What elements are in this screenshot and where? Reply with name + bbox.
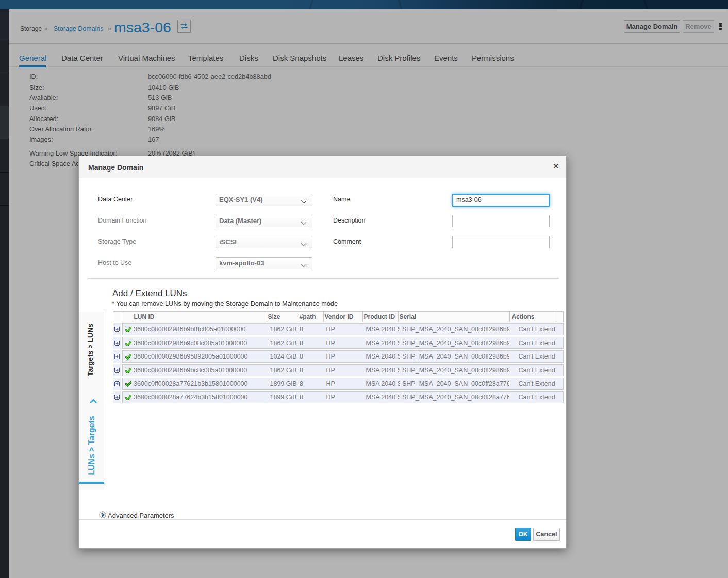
svg-text:Targets > LUNs: Targets > LUNs (86, 324, 94, 376)
svg-text:LUNs > Targets: LUNs > Targets (87, 416, 96, 475)
